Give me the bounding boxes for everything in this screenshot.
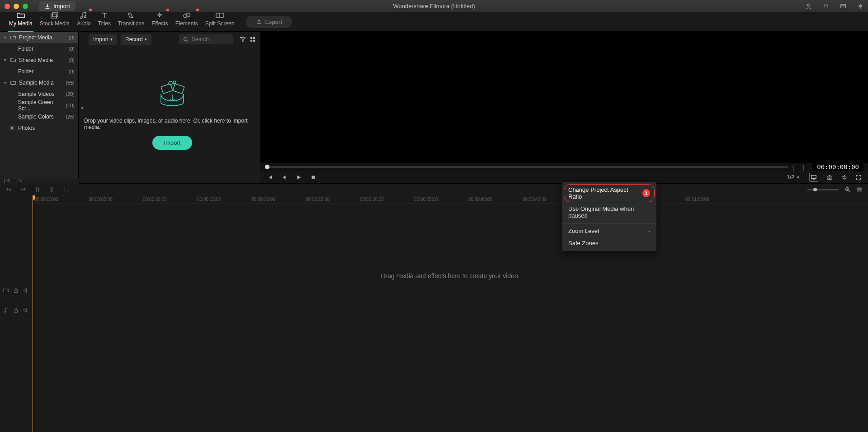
- sidebar-item-folder[interactable]: Folder (0): [0, 43, 78, 54]
- crop-button[interactable]: [63, 186, 70, 193]
- mute-icon[interactable]: [23, 287, 29, 294]
- stop-button[interactable]: [310, 174, 316, 180]
- sidebar-count: (0): [69, 35, 75, 40]
- lock-icon[interactable]: [13, 307, 19, 313]
- timeline-toolbar: [0, 183, 868, 195]
- sidebar-item-sample-green[interactable]: Sample Green Scr... (10): [0, 100, 78, 111]
- preview-settings-button[interactable]: [809, 173, 818, 182]
- search-box[interactable]: [179, 34, 233, 44]
- lock-icon[interactable]: [13, 287, 19, 294]
- sidebar-item-shared-media[interactable]: ▾ Shared Media (0): [0, 54, 78, 66]
- svg-rect-14: [173, 84, 184, 94]
- sidebar-item-sample-videos[interactable]: Sample Videos (20): [0, 88, 78, 100]
- undo-button[interactable]: [5, 186, 12, 193]
- export-label: Export: [265, 19, 282, 25]
- timeline-ruler[interactable]: 00:00:00:00 00:00:05:00 00:00:10:00 00:0…: [33, 195, 868, 204]
- frame-back-button[interactable]: [281, 174, 288, 180]
- account-icon[interactable]: [806, 3, 812, 9]
- snapshot-button[interactable]: [826, 174, 833, 180]
- new-folder-button[interactable]: [4, 178, 10, 185]
- transition-icon: [127, 11, 136, 19]
- tab-split-screen[interactable]: Split Screen: [202, 8, 238, 31]
- sidebar-item-folder-2[interactable]: Folder (0): [0, 66, 78, 77]
- fullscreen-button[interactable]: [855, 174, 862, 180]
- prev-frame-button[interactable]: [267, 174, 273, 180]
- sidebar-label: Sample Media: [19, 80, 54, 86]
- sidebar-label: Project Media: [19, 34, 52, 41]
- scrub-thumb[interactable]: [265, 165, 269, 169]
- ratio-label: 1/2: [787, 174, 794, 180]
- menu-item-safe-zones[interactable]: Safe Zones: [562, 237, 656, 249]
- delete-button[interactable]: [34, 186, 41, 193]
- menu-label: Change Project Aspect Ratio: [568, 186, 640, 200]
- sidebar-count: (0): [69, 46, 75, 52]
- filter-icon[interactable]: [240, 36, 246, 43]
- track-header-audio[interactable]: [0, 300, 33, 320]
- preview-scrub-bar: { } 00:00:00:00: [260, 163, 868, 171]
- sidebar-item-photos[interactable]: Photos: [0, 122, 78, 133]
- playhead[interactable]: [33, 195, 33, 432]
- tab-label: Titles: [98, 20, 111, 27]
- split-button[interactable]: [49, 186, 55, 193]
- collapse-sidebar-handle[interactable]: ◂: [79, 32, 84, 183]
- mute-icon[interactable]: [23, 307, 29, 313]
- grid-view-icon[interactable]: [250, 36, 256, 43]
- record-dropdown[interactable]: Record▾: [121, 34, 151, 45]
- sidebar-count: (10): [66, 103, 75, 108]
- sidebar-item-sample-media[interactable]: ▾ Sample Media (55): [0, 77, 78, 88]
- import-dropdown[interactable]: Import▾: [89, 34, 117, 45]
- new-badge-icon: [89, 9, 92, 11]
- sidebar-label: Sample Videos: [18, 91, 55, 97]
- ruler-tick: 00:00:35:00: [414, 197, 431, 202]
- tab-titles[interactable]: Titles: [94, 8, 114, 31]
- svg-point-16: [173, 81, 176, 84]
- brace-left-icon[interactable]: {: [793, 164, 798, 171]
- menu-item-zoom-level[interactable]: Zoom Level›: [562, 225, 656, 237]
- menu-item-aspect-ratio[interactable]: Change Project Aspect Ratio 1: [562, 184, 656, 203]
- tab-label: Elements: [175, 20, 198, 27]
- track-header-video[interactable]: [0, 280, 33, 300]
- tab-effects[interactable]: Effects: [148, 8, 171, 31]
- timeline-view-button[interactable]: [856, 186, 863, 193]
- preview-quality-dropdown[interactable]: 1/2▾: [785, 173, 801, 181]
- tab-stock-media[interactable]: Stock Media: [36, 8, 73, 31]
- message-icon[interactable]: [840, 3, 846, 9]
- svg-rect-12: [253, 40, 255, 42]
- chevron-down-icon[interactable]: ▾: [3, 57, 7, 62]
- svg-point-8: [184, 38, 187, 41]
- menu-label: Use Original Media when paused: [568, 205, 650, 219]
- scrub-track[interactable]: [265, 166, 788, 168]
- chevron-down-icon[interactable]: ▾: [3, 35, 7, 40]
- volume-button[interactable]: [841, 174, 847, 180]
- sidebar-label: Shared Media: [19, 57, 53, 63]
- import-pill-button[interactable]: Import: [152, 136, 193, 150]
- play-button[interactable]: [296, 174, 302, 180]
- timeline-zoom-slider[interactable]: [807, 189, 839, 190]
- tab-elements[interactable]: Elements: [172, 8, 202, 31]
- ruler-tick: 00:00:40:00: [468, 197, 486, 202]
- tab-label: Split Screen: [205, 20, 235, 27]
- brace-right-icon[interactable]: }: [802, 164, 808, 171]
- drop-area[interactable]: Drop your video clips, images, or audio …: [84, 47, 260, 183]
- search-input[interactable]: [192, 36, 228, 43]
- preview-canvas[interactable]: [260, 32, 868, 163]
- tab-my-media[interactable]: My Media: [5, 8, 36, 31]
- sparkle-icon: [155, 11, 164, 19]
- media-panel: Import▾ Record▾ Drop your v: [84, 32, 260, 183]
- export-button[interactable]: Export: [246, 16, 292, 28]
- sidebar-item-project-media[interactable]: ▾ Project Media (0): [0, 32, 78, 43]
- redo-button[interactable]: [20, 186, 26, 193]
- sidebar-item-sample-colors[interactable]: Sample Colors (25): [0, 111, 78, 122]
- sidebar-count: (55): [66, 80, 75, 85]
- headphone-icon[interactable]: [823, 3, 829, 9]
- menu-item-original-media[interactable]: Use Original Media when paused: [562, 203, 656, 222]
- zoom-fit-button[interactable]: [844, 186, 851, 193]
- folder-button[interactable]: [16, 178, 23, 185]
- zoom-thumb[interactable]: [813, 188, 817, 191]
- new-badge-icon: [196, 9, 199, 11]
- tab-transitions[interactable]: Transitions: [114, 8, 148, 31]
- pin-icon[interactable]: [857, 3, 863, 9]
- timeline-body[interactable]: 00:00:00:00 00:00:05:00 00:00:10:00 00:0…: [33, 195, 868, 432]
- chevron-down-icon[interactable]: ▾: [3, 80, 7, 85]
- tab-audio[interactable]: Audio: [73, 8, 94, 31]
